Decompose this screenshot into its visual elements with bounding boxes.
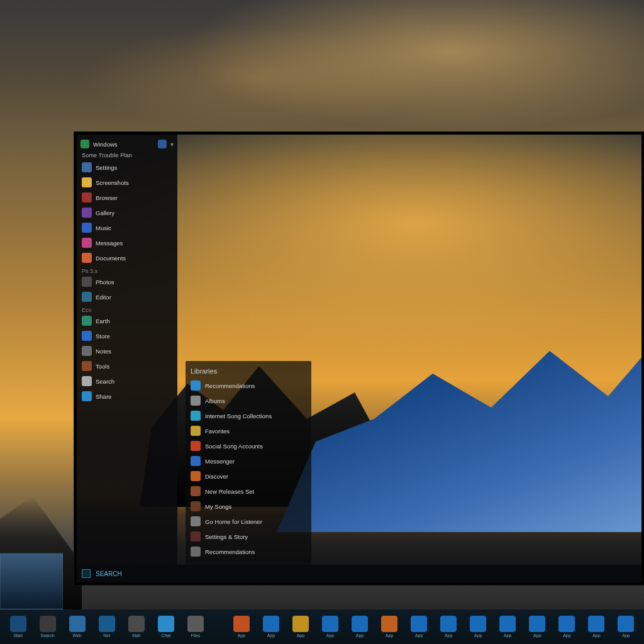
flyout-item[interactable]: Recommendations [191,380,306,391]
flyout-item-label: Recommendations [205,382,255,389]
taskbar-item-label: App [415,633,423,638]
app-icon [82,376,92,386]
app-label: Editor [96,294,111,301]
start-app-item[interactable]: Earth [80,314,174,327]
start-app-item[interactable]: Tools [80,360,174,372]
taskbar[interactable]: StartSearchWebNetMailChatFilesAppAppAppA… [0,609,644,644]
start-app-item[interactable]: Documents [80,252,174,264]
taskbar-item-app9[interactable]: App [465,611,491,643]
app5-icon [352,616,368,632]
flyout-item[interactable]: Go Home for Listener [191,516,306,527]
flyout-item-label: Settings & Story [205,533,248,540]
start-app-item[interactable]: Search [80,375,174,387]
taskbar-item-start[interactable]: Start [5,611,31,643]
start-app-item[interactable]: Photos [80,275,174,288]
flyout-item[interactable]: Internet Song Collections [191,410,306,421]
start-app-item[interactable]: Store [80,330,174,342]
app-icon [82,331,92,341]
taskbar-item-app11[interactable]: App [525,611,550,643]
taskbar-item-label: Chat [161,633,170,638]
flyout-item-icon [191,426,201,436]
app-icon [82,192,92,203]
start-app-item[interactable]: Screenshots [80,176,174,189]
start-app-item[interactable]: Messages [80,236,174,249]
app-label: Notes [96,348,111,355]
taskbar-item-label: App [356,633,364,638]
app9-icon [470,616,486,632]
inner-start-icon[interactable] [82,569,91,578]
taskbar-item-app2[interactable]: App [258,611,284,643]
flyout-item[interactable]: Favorites [191,425,306,436]
taskbar-item-globe[interactable]: Net [94,611,119,643]
taskbar-item-app8[interactable]: App [436,611,462,643]
flyout-item-label: Recommendations [205,548,255,555]
mail-icon [128,616,145,632]
taskbar-item-label: App [533,633,541,638]
flyout-item-icon [191,501,201,511]
header-icon [80,140,89,148]
flyout-item-label: Albums [205,397,225,404]
taskbar-item-app13[interactable]: App [584,611,609,643]
flyout-item[interactable]: Albums [191,395,306,406]
taskbar-item-app5[interactable]: App [347,611,373,643]
taskbar-item-label: App [386,633,393,638]
start-app-item[interactable]: Settings [80,161,174,174]
taskbar-item-app6[interactable]: App [377,611,402,643]
taskbar-item-label: App [297,633,304,638]
taskbar-item-app10[interactable]: App [495,611,521,643]
flyout-item[interactable]: Social Song Accounts [191,440,306,452]
app8-icon [440,616,457,632]
taskbar-item-label: Search [40,633,54,638]
taskbar-item-app12[interactable]: App [554,611,580,643]
flyout-item[interactable]: Discover [191,470,306,482]
wallpaper-thumbnail [0,553,63,609]
taskbar-item-label: App [622,633,630,638]
flyout-item[interactable]: Recommendations [191,546,306,557]
app-label: Search [96,378,114,385]
taskbar-item-app14[interactable]: App [613,611,639,643]
start-app-item[interactable]: Share [80,390,174,402]
taskbar-item-app4[interactable]: App [317,611,343,643]
start-menu[interactable]: Windows ▾ Some Trouble Plan SettingsScre… [77,135,177,565]
browser-icon [69,616,86,632]
taskbar-item-label: Start [13,633,23,638]
flyout-item-icon [191,471,201,481]
inner-footer-label[interactable]: SEARCH [96,570,122,577]
flyout-item[interactable]: New Releases Set [191,486,306,497]
taskbar-item-app3[interactable]: App [287,611,313,643]
start-app-item[interactable]: Music [80,221,174,234]
taskbar-item-label: Mail [132,633,140,638]
flyout-item-icon [191,516,201,526]
app-icon [82,361,92,371]
files-icon [187,616,204,632]
flyout-item[interactable]: My Songs [191,501,306,512]
app-label: Messages [96,240,123,247]
taskbar-item-label: Net [103,633,110,638]
flyout-item[interactable]: Settings & Story [191,531,306,542]
chat-icon [158,616,174,632]
start-app-item[interactable]: Notes [80,345,174,357]
start-app-item[interactable]: Editor [80,291,174,303]
taskbar-item-browser[interactable]: Web [64,611,90,643]
app-icon [82,223,92,233]
app11-icon [529,616,545,632]
taskbar-item-mail[interactable]: Mail [123,611,149,643]
inner-taskbar[interactable]: SEARCH [77,565,641,582]
app-icon [82,162,92,172]
start-menu-flyout[interactable]: Libraries RecommendationsAlbumsInternet … [186,361,311,569]
app-icon [82,238,92,248]
app-label: Browser [96,194,118,201]
taskbar-item-app7[interactable]: App [406,611,432,643]
taskbar-item-search[interactable]: Search [35,611,60,643]
start-app-item[interactable]: Browser [80,191,174,204]
header-action-icon[interactable] [158,140,167,148]
start-app-item[interactable]: Gallery [80,206,174,219]
chevron-down-icon[interactable]: ▾ [170,141,174,148]
taskbar-item-chat[interactable]: Chat [153,611,179,643]
taskbar-item-app1[interactable]: App [228,611,254,643]
flyout-item[interactable]: Messenger [191,455,306,467]
taskbar-item-files[interactable]: Files [182,611,208,643]
app-label: Music [96,225,111,231]
start-menu-header-label: Windows [93,141,118,148]
flyout-item-icon [191,456,201,466]
